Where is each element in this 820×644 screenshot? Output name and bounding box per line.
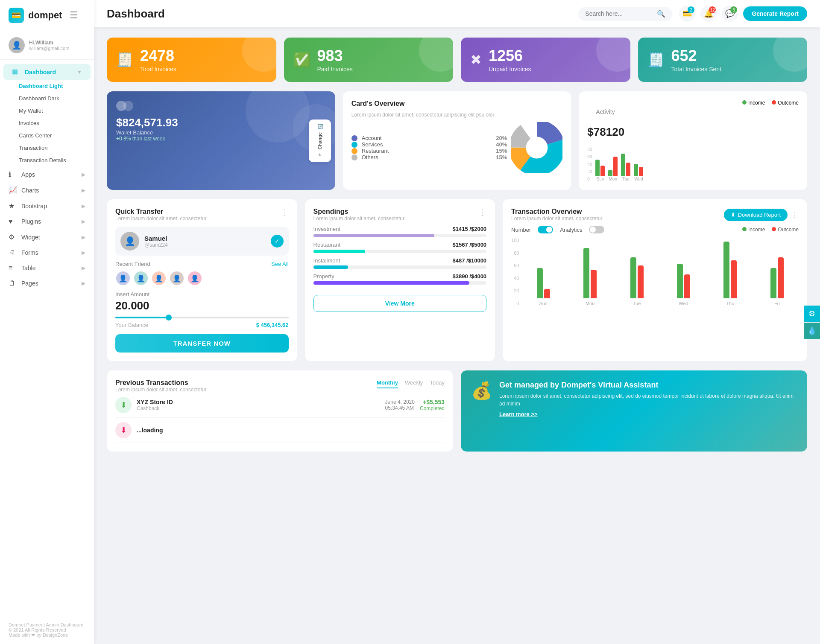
wallet-icon-btn[interactable]: 💳 2 <box>679 6 695 22</box>
sub-item-dashboard-dark[interactable]: Dashboard Dark <box>19 92 85 105</box>
search-bar[interactable]: 🔍 <box>578 7 672 21</box>
friend-avatar-1[interactable]: 👤 <box>115 271 131 286</box>
investment-bar-fill <box>313 234 435 237</box>
cards-overview: Card's Overview Lorem ipsum dolor sit am… <box>343 91 571 190</box>
bottom-row: Quick Transfer Lorem ipsum dolor sit ame… <box>107 199 807 361</box>
tab-today[interactable]: Today <box>430 379 445 388</box>
bar-chart-area: 100806040200 Sun <box>511 238 799 306</box>
sub-item-my-wallet[interactable]: My Wallet <box>19 105 85 117</box>
activity-chart: 806040200 Sun <box>587 147 799 181</box>
spending-item-property: Property $3890 /$4000 <box>313 273 487 285</box>
greeting: Hi,William <box>29 40 69 46</box>
chevron-icon: ▶ <box>82 250 85 256</box>
analytics-toggle[interactable] <box>589 226 604 233</box>
sidebar-item-apps[interactable]: ℹ Apps ▶ <box>0 166 94 182</box>
sidebar-item-plugins[interactable]: ♥ Plugins ▶ <box>0 214 94 229</box>
invoice-icon: 🧾 <box>116 52 133 68</box>
wallet-badge: 2 <box>688 6 694 13</box>
download-report-button[interactable]: ⬇ Download Report <box>724 209 788 221</box>
unpaid-icon: ✖ <box>470 52 482 68</box>
sidebar-item-table[interactable]: ≡ Table ▶ <box>0 260 94 276</box>
sent-icon: 🧾 <box>647 52 665 68</box>
water-side-button[interactable]: 💧 <box>804 323 820 339</box>
settings-side-button[interactable]: ⚙ <box>804 306 820 322</box>
sidebar-item-label: Charts <box>21 187 39 194</box>
transaction-overview-title: Transaction Overview <box>511 208 602 216</box>
outcome-bar <box>684 274 690 298</box>
friend-avatar-4[interactable]: 👤 <box>169 271 184 286</box>
charts-icon: 📈 <box>9 186 17 194</box>
friend-avatar-3[interactable]: 👤 <box>151 271 167 286</box>
outcome-legend: Outcome <box>772 227 799 233</box>
outcome-bar <box>731 260 737 298</box>
middle-row: $824,571.93 Wallet Balance +0.8% than la… <box>107 91 807 190</box>
recent-label-text: Recent Friend <box>115 261 150 267</box>
logo-text: dompet <box>28 10 62 21</box>
sidebar-item-forms[interactable]: 🖨 Forms ▶ <box>0 245 94 260</box>
dashboard-submenu: Dashboard Light Dashboard Dark My Wallet… <box>0 80 94 166</box>
see-more-link[interactable]: See All <box>271 261 288 267</box>
tx-icon-2: ⬇ <box>115 422 132 438</box>
generate-report-button[interactable]: Generate Report <box>743 6 807 21</box>
outcome-bar <box>613 157 618 176</box>
paid-icon: ✅ <box>293 52 310 68</box>
outcome-legend: Outcome <box>772 100 799 106</box>
friend-avatar-5[interactable]: 👤 <box>187 271 202 286</box>
friend-avatar-2[interactable]: 👤 <box>133 271 149 286</box>
installment-bar-bg <box>313 265 487 269</box>
number-toggle[interactable] <box>538 226 553 233</box>
sidebar-item-label: Pages <box>21 280 38 287</box>
sub-item-transaction[interactable]: Transaction <box>19 142 85 154</box>
transaction-row: ⬇ XYZ Store ID Cashback June 4, 2020 05:… <box>115 393 445 418</box>
sub-item-invoices[interactable]: Invoices <box>19 117 85 129</box>
transaction-overview-header: Transaction Overview Lorem ipsum dolor s… <box>511 208 799 221</box>
bell-icon-btn[interactable]: 🔔 12 <box>700 6 717 22</box>
va-title: Get managed by Dompet's Virtual Assistan… <box>499 381 797 390</box>
investment-label: Investment <box>313 226 341 232</box>
activity-title: Activity <box>587 100 624 124</box>
income-bar <box>630 257 636 298</box>
tab-weekly[interactable]: Weekly <box>405 379 423 388</box>
view-more-button[interactable]: View More <box>313 295 487 312</box>
sidebar-item-label: Dashboard <box>25 69 56 76</box>
outcome-bar <box>626 163 630 176</box>
more-options-icon[interactable]: ⋮ <box>479 208 486 217</box>
contact-handle: @sam224 <box>144 242 168 248</box>
check-icon: ✓ <box>271 235 284 248</box>
chat-icon-btn[interactable]: 💬 5 <box>722 6 738 22</box>
services-pct: 40% <box>496 141 507 148</box>
spending-item-restaurant: Restaurant $1567 /$5000 <box>313 242 487 253</box>
spendings-title: Spendings <box>313 208 404 216</box>
sidebar-item-dashboard[interactable]: ⊞ Dashboard ▼ <box>3 64 91 80</box>
transfer-now-button[interactable]: TRANSFER NOW <box>115 334 289 353</box>
sidebar-item-charts[interactable]: 📈 Charts ▶ <box>0 182 94 198</box>
amount-slider[interactable] <box>115 317 289 318</box>
tab-monthly[interactable]: Monthly <box>377 379 398 388</box>
change-button[interactable]: 🔄 Change ▼ <box>309 119 331 162</box>
hamburger-menu[interactable]: ☰ <box>70 10 78 21</box>
day-label: Thu <box>726 301 734 306</box>
chevron-icon: ▶ <box>82 172 85 178</box>
account-pct: 20% <box>496 135 507 141</box>
card-header: Quick Transfer Lorem ipsum dolor sit ame… <box>115 208 289 221</box>
activity-amount: $78120 <box>587 125 624 139</box>
sidebar-footer: Dompet Payment Admin Dashboard © 2021 Al… <box>0 616 94 644</box>
search-input[interactable] <box>585 10 653 17</box>
insert-amount-label: Insert Amount <box>115 291 289 297</box>
more-options-icon[interactable]: ⋮ <box>281 208 289 217</box>
installment-bar-fill <box>313 265 348 269</box>
sub-item-transaction-details[interactable]: Transaction Details <box>19 154 85 166</box>
side-buttons: ⚙ 💧 <box>804 306 820 339</box>
day-label: Tue <box>633 301 641 306</box>
sidebar-item-widget[interactable]: ⚙ Widget ▶ <box>0 229 94 245</box>
sidebar-item-bootstrap[interactable]: ★ Bootstrap ▶ <box>0 198 94 214</box>
logo-area: 💳 dompet ☰ <box>0 0 94 31</box>
sub-item-dashboard-light[interactable]: Dashboard Light <box>19 80 85 92</box>
more-options-icon[interactable]: ⋮ <box>791 210 799 219</box>
chevron-icon: ▼ <box>77 69 82 75</box>
income-bar <box>770 268 776 298</box>
va-learn-more-link[interactable]: Learn more >> <box>499 411 538 417</box>
sidebar-item-pages[interactable]: 🗒 Pages ▶ <box>0 276 94 291</box>
sub-item-cards-center[interactable]: Cards Center <box>19 129 85 142</box>
restaurant-pct: 15% <box>496 148 507 154</box>
